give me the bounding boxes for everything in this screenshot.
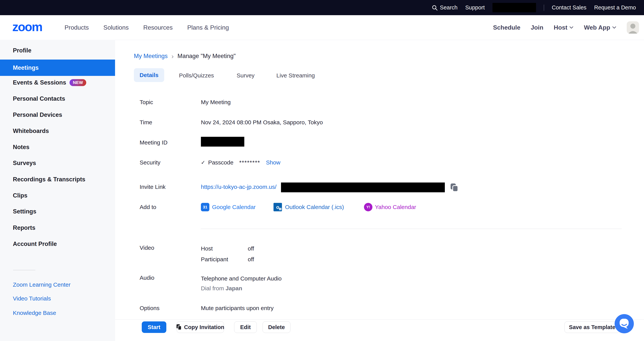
start-button[interactable]: Start bbox=[142, 322, 166, 333]
audio-value: Telephone and Computer Audio bbox=[201, 275, 282, 282]
google-calendar-link[interactable]: Google Calendar bbox=[212, 204, 256, 210]
sidebar-item-personal-devices[interactable]: Personal Devices bbox=[0, 109, 115, 121]
tab-live-streaming[interactable]: Live Streaming bbox=[276, 72, 315, 79]
tab-polls-quizzes[interactable]: Polls/Quizzes bbox=[179, 72, 214, 79]
sidebar-link-knowledge-base[interactable]: Knowledge Base bbox=[13, 307, 56, 319]
sidebar-item-label: Meetings bbox=[13, 60, 38, 76]
yahoo-calendar-icon[interactable]: Y! bbox=[364, 203, 372, 211]
nav-web-app-menu[interactable]: Web App bbox=[584, 24, 616, 31]
time-label: Time bbox=[140, 119, 152, 126]
chat-support-fab[interactable] bbox=[614, 314, 634, 333]
support-link[interactable]: Support bbox=[465, 4, 485, 11]
add-to-label: Add to bbox=[140, 204, 156, 210]
audio-label: Audio bbox=[140, 274, 154, 281]
nav-plans-pricing[interactable]: Plans & Pricing bbox=[187, 24, 229, 31]
sidebar-item-label: Reports bbox=[13, 222, 35, 234]
video-label: Video bbox=[140, 244, 154, 251]
dial-from-text: Dial from Japan bbox=[201, 285, 242, 292]
nav-host-menu[interactable]: Host bbox=[554, 24, 574, 31]
yahoo-calendar-link[interactable]: Yahoo Calendar bbox=[375, 204, 416, 210]
sidebar-item-reports[interactable]: Reports bbox=[0, 222, 115, 234]
sidebar-item-recordings-transcripts[interactable]: Recordings & Transcripts bbox=[0, 174, 115, 185]
action-bar: Start Copy Invitation Edit Delete Save a… bbox=[115, 320, 644, 341]
sidebar-item-label: Surveys bbox=[13, 157, 36, 169]
sidebar-item-meetings[interactable]: Meetings bbox=[0, 60, 115, 76]
edit-button[interactable]: Edit bbox=[234, 322, 257, 333]
nav-links-left: Products Solutions Resources Plans & Pri… bbox=[64, 15, 229, 40]
invite-link-label: Invite Link bbox=[140, 184, 166, 190]
chevron-down-icon bbox=[612, 26, 616, 29]
sidebar-link-zoom-learning-center[interactable]: Zoom Learning Center bbox=[13, 279, 70, 290]
nav-schedule[interactable]: Schedule bbox=[493, 24, 520, 31]
top-utility-links: Search Support Contact Sales Request a D… bbox=[432, 0, 636, 15]
sidebar-item-notes[interactable]: Notes bbox=[0, 142, 115, 153]
invite-url-link[interactable]: https://u-tokyo-ac-jp.zoom.us/ bbox=[201, 184, 276, 190]
zoom-logo[interactable]: zoom bbox=[12, 20, 42, 34]
show-passcode-link[interactable]: Show bbox=[266, 159, 280, 166]
main-navbar: zoom Products Solutions Resources Plans … bbox=[0, 15, 644, 40]
nav-products[interactable]: Products bbox=[64, 24, 89, 31]
breadcrumb-current: Manage "My Meeting" bbox=[178, 53, 236, 60]
sidebar-link-video-tutorials[interactable]: Video Tutorials bbox=[13, 293, 51, 304]
dial-from-label: Dial from bbox=[201, 285, 224, 292]
nav-solutions[interactable]: Solutions bbox=[103, 24, 129, 31]
video-host-label: Host bbox=[201, 245, 213, 252]
sidebar-item-clips[interactable]: Clips bbox=[0, 190, 115, 201]
outlook-calendar-link[interactable]: Outlook Calendar (.ics) bbox=[285, 204, 344, 210]
redacted-account-text bbox=[492, 3, 536, 12]
copy-icon bbox=[176, 324, 182, 330]
passcode-label: Passcode bbox=[208, 159, 234, 166]
section-divider bbox=[201, 228, 622, 229]
video-participant-label: Participant bbox=[201, 256, 228, 262]
sidebar-item-events-sessions[interactable]: Events & Sessions NEW bbox=[0, 77, 115, 88]
sidebar-item-label: Events & Sessions bbox=[13, 77, 66, 88]
copy-invitation-button[interactable]: Copy Invitation bbox=[177, 322, 224, 333]
nav-resources[interactable]: Resources bbox=[143, 24, 173, 31]
sidebar-item-label: Notes bbox=[13, 142, 30, 153]
google-calendar-icon[interactable]: 31 bbox=[201, 203, 209, 211]
search-icon bbox=[432, 5, 438, 10]
sidebar-item-label: Personal Contacts bbox=[13, 93, 65, 104]
options-value: Mute participants upon entry bbox=[201, 305, 274, 312]
outlook-calendar-icon[interactable]: o bbox=[274, 203, 282, 211]
options-label: Options bbox=[140, 305, 160, 312]
person-icon bbox=[627, 21, 639, 34]
security-label: Security bbox=[140, 159, 160, 166]
dial-from-country: Japan bbox=[226, 285, 242, 292]
security-row: ✓ Passcode ******** Show bbox=[201, 159, 280, 166]
user-avatar[interactable] bbox=[627, 21, 639, 34]
sidebar-item-whiteboards[interactable]: Whiteboards bbox=[0, 125, 115, 137]
request-demo-link[interactable]: Request a Demo bbox=[594, 4, 636, 11]
copy-invitation-label: Copy Invitation bbox=[184, 324, 224, 330]
tab-survey[interactable]: Survey bbox=[237, 72, 254, 79]
sidebar-item-surveys[interactable]: Surveys bbox=[0, 157, 115, 169]
copy-link-icon[interactable] bbox=[450, 183, 458, 192]
sidebar-item-personal-contacts[interactable]: Personal Contacts bbox=[0, 93, 115, 104]
topic-value: My Meeting bbox=[201, 99, 231, 106]
breadcrumb-my-meetings[interactable]: My Meetings bbox=[134, 53, 168, 60]
sidebar-item-label: Profile bbox=[13, 45, 31, 56]
sidebar-item-account-profile[interactable]: Account Profile bbox=[0, 238, 115, 250]
sidebar-item-label: Recordings & Transcripts bbox=[13, 174, 85, 185]
video-participant-value: off bbox=[248, 256, 254, 262]
contact-sales-link[interactable]: Contact Sales bbox=[552, 4, 586, 11]
time-value: Nov 24, 2024 08:00 PM Osaka, Sapporo, To… bbox=[201, 119, 323, 126]
tab-details[interactable]: Details bbox=[134, 68, 164, 82]
topic-label: Topic bbox=[140, 99, 153, 106]
outlook-icon-grid bbox=[279, 208, 282, 210]
sidebar-item-label: Whiteboards bbox=[13, 125, 49, 137]
meeting-id-label: Meeting ID bbox=[140, 139, 168, 146]
sidebar-item-profile[interactable]: Profile bbox=[0, 45, 115, 56]
sidebar-item-label: Personal Devices bbox=[13, 109, 62, 121]
topbar-divider bbox=[544, 4, 544, 11]
search-button[interactable]: Search bbox=[432, 4, 458, 11]
nav-join[interactable]: Join bbox=[531, 24, 543, 31]
save-as-template-button[interactable]: Save as Template bbox=[564, 322, 620, 333]
search-label: Search bbox=[440, 4, 458, 11]
redacted-invite-url bbox=[281, 182, 445, 192]
delete-button[interactable]: Delete bbox=[262, 322, 290, 333]
new-badge: NEW bbox=[70, 79, 86, 86]
redacted-meeting-id bbox=[201, 137, 244, 146]
chat-bubble-icon bbox=[614, 314, 634, 333]
sidebar-item-settings[interactable]: Settings bbox=[0, 206, 115, 217]
